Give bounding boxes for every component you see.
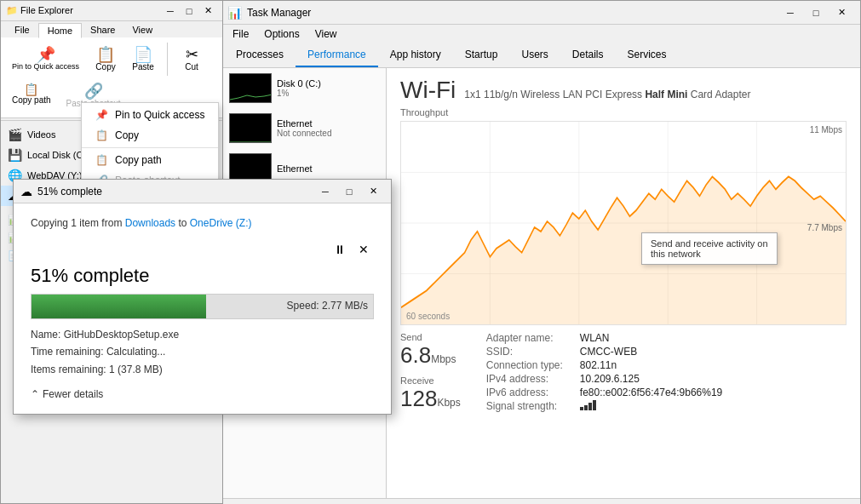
ctx-pin-label: Pin to Quick access bbox=[115, 109, 204, 121]
copy-dest-link[interactable]: OneDrive (Z:) bbox=[190, 217, 252, 229]
fe-close-btn[interactable]: ✕ bbox=[198, 3, 217, 19]
throughput-label: Throughput bbox=[400, 107, 847, 117]
adapter-name-val: WLAN bbox=[580, 332, 722, 344]
copy-name-row: Name: GitHubDesktopSetup.exe bbox=[31, 326, 374, 343]
tm-close-btn[interactable]: ✕ bbox=[829, 4, 853, 21]
copy-dialog: ☁ 51% complete ─ □ ✕ Copying 1 item from… bbox=[13, 179, 392, 415]
wifi-stats-section: Send 6.8 Mbps Receive 128 Kbps bbox=[400, 332, 847, 412]
copy-path-icon: 📋 bbox=[24, 83, 38, 95]
conn-type-key: Connection type: bbox=[486, 359, 563, 371]
tab-users[interactable]: Users bbox=[509, 43, 560, 67]
pin-to-quick-access-btn[interactable]: 📌 Pin to Quick access bbox=[6, 43, 85, 76]
wifi-heading: Wi-Fi 1x1 11b/g/n Wireless LAN PCI Expre… bbox=[400, 77, 847, 104]
ipv6-val: fe80::e002:6f56:47e4:9b66%19 bbox=[580, 387, 722, 398]
wifi-chart-svg bbox=[401, 122, 846, 324]
tm-sidebar-ethernet1[interactable]: Ethernet Not connected bbox=[221, 108, 386, 148]
fe-tab-view[interactable]: View bbox=[123, 23, 161, 37]
signal-val bbox=[580, 400, 722, 412]
tm-minimize-btn[interactable]: ─ bbox=[778, 4, 802, 21]
chart-tooltip: Send and receive activity on this networ… bbox=[641, 232, 778, 265]
tab-startup[interactable]: Startup bbox=[453, 43, 510, 67]
copy-pause-controls: ⏸ ✕ bbox=[31, 239, 374, 260]
fe-maximize-btn[interactable]: □ bbox=[180, 3, 198, 19]
copy-dialog-icon: ☁ bbox=[20, 185, 32, 198]
fe-tab-share[interactable]: Share bbox=[82, 23, 123, 37]
ctx-copy-item[interactable]: 📋 Copy bbox=[82, 125, 218, 146]
tm-icon: 📊 bbox=[227, 6, 242, 20]
ethernet2-label: Ethernet bbox=[277, 163, 377, 174]
copy-source-link[interactable]: Downloads bbox=[125, 217, 175, 229]
send-stat: Send 6.8 Mbps bbox=[400, 332, 461, 369]
tm-menubar: File Options View bbox=[221, 25, 860, 43]
fe-minimize-btn[interactable]: ─ bbox=[161, 3, 180, 19]
signal-bars bbox=[580, 400, 722, 410]
tm-main-content: Wi-Fi 1x1 11b/g/n Wireless LAN PCI Expre… bbox=[387, 68, 860, 498]
copy-btn[interactable]: 📋 Copy bbox=[89, 43, 123, 76]
copy-time-row: Time remaining: Calculating... bbox=[31, 343, 374, 360]
ctx-copy-path-icon: 📋 bbox=[95, 154, 108, 166]
fewer-details-icon: ⌃ bbox=[31, 388, 39, 400]
copy-dialog-maximize[interactable]: □ bbox=[338, 183, 360, 200]
copy-name-value: GitHubDesktopSetup.exe bbox=[64, 329, 179, 341]
ethernet1-sublabel: Not connected bbox=[277, 129, 377, 138]
chart-time-label: 60 seconds bbox=[406, 312, 450, 321]
ipv6-key: IPv6 address: bbox=[486, 387, 563, 398]
videos-label: Videos bbox=[27, 129, 55, 140]
adapter-name-key: Adapter name: bbox=[486, 332, 563, 344]
tab-services[interactable]: Services bbox=[616, 43, 679, 67]
tm-bottombar: ⌃ Fewer details | 📊 Open Resource Monito… bbox=[221, 498, 860, 504]
receive-label: Receive bbox=[400, 375, 461, 386]
localdisk-label: Local Disk (C:) bbox=[27, 150, 89, 160]
paste-btn[interactable]: 📄 Paste bbox=[126, 43, 160, 76]
tm-menu-options[interactable]: Options bbox=[257, 26, 306, 42]
copy-dialog-close[interactable]: ✕ bbox=[362, 183, 384, 200]
file-explorer-titlebar: 📁 File Explorer ─ □ ✕ bbox=[1, 1, 222, 21]
copy-speed: Speed: 2.77 MB/s bbox=[287, 300, 368, 312]
copy-progress-bar: Speed: 2.77 MB/s bbox=[31, 294, 374, 319]
tm-titlebar: 📊 Task Manager ─ □ ✕ bbox=[221, 1, 860, 25]
wifi-subtitle: 1x1 11b/g/n Wireless LAN PCI Express Hal… bbox=[464, 89, 750, 100]
signal-key: Signal strength: bbox=[486, 400, 563, 412]
disk-mini-chart bbox=[229, 73, 272, 103]
receive-stat: Receive 128 Kbps bbox=[400, 375, 461, 412]
fe-tab-file[interactable]: File bbox=[6, 23, 38, 37]
fewer-details-btn[interactable]: ⌃ Fewer details bbox=[31, 388, 374, 400]
videos-icon: 🎬 bbox=[8, 128, 22, 141]
cut-btn[interactable]: ✂ Cut bbox=[175, 43, 209, 76]
tab-details[interactable]: Details bbox=[560, 43, 616, 67]
copy-cancel-btn[interactable]: ✕ bbox=[353, 239, 374, 260]
fe-tab-home[interactable]: Home bbox=[38, 23, 82, 38]
tm-window-controls: ─ □ ✕ bbox=[778, 4, 853, 21]
tm-menu-file[interactable]: File bbox=[226, 26, 255, 42]
receive-unit: Kbps bbox=[437, 397, 460, 409]
ctx-copy-path-item[interactable]: 📋 Copy path bbox=[82, 150, 218, 170]
sig-bar-2 bbox=[584, 405, 588, 410]
chart-mid-label: 7.7 Mbps bbox=[807, 223, 842, 232]
send-label: Send bbox=[400, 332, 461, 342]
tab-app-history[interactable]: App history bbox=[378, 43, 453, 67]
ctx-divider bbox=[82, 147, 218, 148]
tm-maximize-btn[interactable]: □ bbox=[804, 4, 828, 21]
tooltip-text: Send and receive activity on this networ… bbox=[651, 238, 768, 259]
ssid-val: CMCC-WEB bbox=[580, 346, 722, 358]
tm-menu-view[interactable]: View bbox=[308, 26, 344, 42]
paste-shortcut-icon: 🔗 bbox=[84, 83, 103, 99]
tm-sidebar-disk[interactable]: Disk 0 (C:) 1% bbox=[221, 68, 386, 108]
copy-path-btn[interactable]: 📋 Copy path bbox=[6, 79, 57, 112]
ipv4-key: IPv4 address: bbox=[486, 373, 563, 385]
chart-max-label: 11 Mbps bbox=[810, 125, 842, 135]
tab-performance[interactable]: Performance bbox=[296, 43, 378, 67]
sig-bar-1 bbox=[580, 407, 583, 410]
copy-items-value: 1 (37.8 MB) bbox=[109, 364, 163, 375]
copy-pause-btn[interactable]: ⏸ bbox=[330, 239, 350, 260]
ctx-copy-icon: 📋 bbox=[95, 129, 108, 141]
tab-processes[interactable]: Processes bbox=[224, 43, 296, 67]
ctx-pin-item[interactable]: 📌 Pin to Quick access bbox=[82, 105, 218, 125]
copy-dialog-minimize[interactable]: ─ bbox=[314, 183, 336, 200]
copy-percent: 51% complete bbox=[31, 265, 374, 287]
wifi-stats: Send 6.8 Mbps Receive 128 Kbps bbox=[400, 332, 461, 412]
ctx-pin-icon: 📌 bbox=[95, 109, 108, 121]
wifi-info-grid: Adapter name: WLAN SSID: CMCC-WEB Connec… bbox=[486, 332, 723, 412]
tm-tabs: Processes Performance App history Startu… bbox=[221, 43, 860, 68]
send-unit: Mbps bbox=[431, 353, 456, 365]
